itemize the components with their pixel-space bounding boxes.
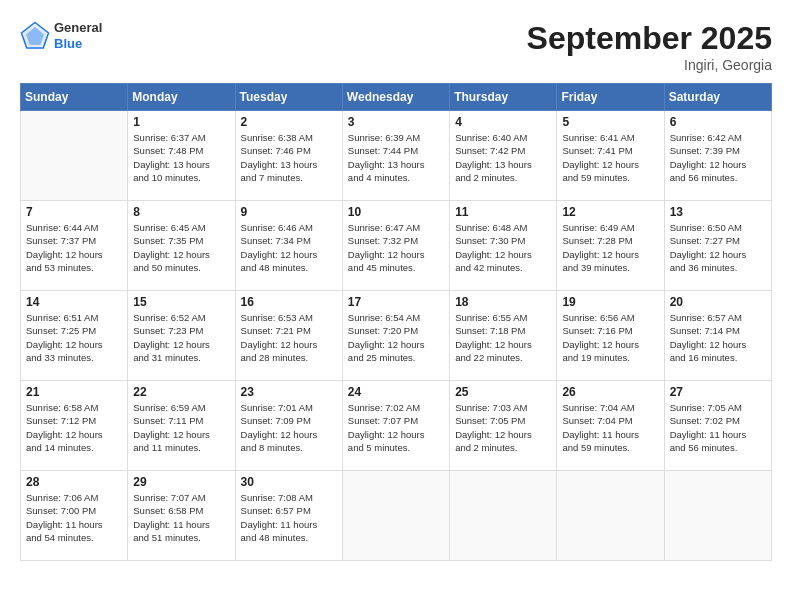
day-info: Sunrise: 6:40 AMSunset: 7:42 PMDaylight:…: [455, 131, 551, 184]
weekday-header-friday: Friday: [557, 84, 664, 111]
day-number: 21: [26, 385, 122, 399]
weekday-header-wednesday: Wednesday: [342, 84, 449, 111]
calendar-table: SundayMondayTuesdayWednesdayThursdayFrid…: [20, 83, 772, 561]
day-info: Sunrise: 6:51 AMSunset: 7:25 PMDaylight:…: [26, 311, 122, 364]
calendar-cell: 27Sunrise: 7:05 AMSunset: 7:02 PMDayligh…: [664, 381, 771, 471]
day-number: 28: [26, 475, 122, 489]
logo-general-text: General: [54, 20, 102, 36]
day-info: Sunrise: 7:04 AMSunset: 7:04 PMDaylight:…: [562, 401, 658, 454]
calendar-cell: 29Sunrise: 7:07 AMSunset: 6:58 PMDayligh…: [128, 471, 235, 561]
logo: General Blue: [20, 20, 102, 51]
day-number: 29: [133, 475, 229, 489]
week-row-3: 14Sunrise: 6:51 AMSunset: 7:25 PMDayligh…: [21, 291, 772, 381]
weekday-header-tuesday: Tuesday: [235, 84, 342, 111]
day-number: 13: [670, 205, 766, 219]
weekday-header-saturday: Saturday: [664, 84, 771, 111]
day-info: Sunrise: 6:38 AMSunset: 7:46 PMDaylight:…: [241, 131, 337, 184]
day-info: Sunrise: 6:54 AMSunset: 7:20 PMDaylight:…: [348, 311, 444, 364]
day-number: 18: [455, 295, 551, 309]
day-number: 5: [562, 115, 658, 129]
calendar-cell: 26Sunrise: 7:04 AMSunset: 7:04 PMDayligh…: [557, 381, 664, 471]
calendar-cell: 23Sunrise: 7:01 AMSunset: 7:09 PMDayligh…: [235, 381, 342, 471]
calendar-cell: 2Sunrise: 6:38 AMSunset: 7:46 PMDaylight…: [235, 111, 342, 201]
day-info: Sunrise: 6:49 AMSunset: 7:28 PMDaylight:…: [562, 221, 658, 274]
calendar-cell: 8Sunrise: 6:45 AMSunset: 7:35 PMDaylight…: [128, 201, 235, 291]
calendar-cell: 25Sunrise: 7:03 AMSunset: 7:05 PMDayligh…: [450, 381, 557, 471]
weekday-header-row: SundayMondayTuesdayWednesdayThursdayFrid…: [21, 84, 772, 111]
calendar-cell: 7Sunrise: 6:44 AMSunset: 7:37 PMDaylight…: [21, 201, 128, 291]
day-info: Sunrise: 7:08 AMSunset: 6:57 PMDaylight:…: [241, 491, 337, 544]
calendar-cell: 24Sunrise: 7:02 AMSunset: 7:07 PMDayligh…: [342, 381, 449, 471]
day-info: Sunrise: 6:58 AMSunset: 7:12 PMDaylight:…: [26, 401, 122, 454]
day-info: Sunrise: 6:47 AMSunset: 7:32 PMDaylight:…: [348, 221, 444, 274]
day-info: Sunrise: 6:39 AMSunset: 7:44 PMDaylight:…: [348, 131, 444, 184]
day-info: Sunrise: 6:37 AMSunset: 7:48 PMDaylight:…: [133, 131, 229, 184]
calendar-cell: 1Sunrise: 6:37 AMSunset: 7:48 PMDaylight…: [128, 111, 235, 201]
day-number: 1: [133, 115, 229, 129]
logo-icon: [20, 21, 50, 51]
day-number: 17: [348, 295, 444, 309]
calendar-cell: 17Sunrise: 6:54 AMSunset: 7:20 PMDayligh…: [342, 291, 449, 381]
calendar-cell: 28Sunrise: 7:06 AMSunset: 7:00 PMDayligh…: [21, 471, 128, 561]
logo-blue-text: Blue: [54, 36, 102, 52]
week-row-4: 21Sunrise: 6:58 AMSunset: 7:12 PMDayligh…: [21, 381, 772, 471]
calendar-cell: [557, 471, 664, 561]
calendar-cell: 18Sunrise: 6:55 AMSunset: 7:18 PMDayligh…: [450, 291, 557, 381]
calendar-cell: 21Sunrise: 6:58 AMSunset: 7:12 PMDayligh…: [21, 381, 128, 471]
title-block: September 2025 Ingiri, Georgia: [527, 20, 772, 73]
day-info: Sunrise: 6:45 AMSunset: 7:35 PMDaylight:…: [133, 221, 229, 274]
day-number: 7: [26, 205, 122, 219]
calendar-cell: 6Sunrise: 6:42 AMSunset: 7:39 PMDaylight…: [664, 111, 771, 201]
calendar-cell: [664, 471, 771, 561]
day-info: Sunrise: 6:46 AMSunset: 7:34 PMDaylight:…: [241, 221, 337, 274]
day-number: 6: [670, 115, 766, 129]
day-number: 24: [348, 385, 444, 399]
day-number: 8: [133, 205, 229, 219]
day-info: Sunrise: 7:07 AMSunset: 6:58 PMDaylight:…: [133, 491, 229, 544]
day-info: Sunrise: 6:52 AMSunset: 7:23 PMDaylight:…: [133, 311, 229, 364]
day-number: 25: [455, 385, 551, 399]
calendar-cell: 9Sunrise: 6:46 AMSunset: 7:34 PMDaylight…: [235, 201, 342, 291]
calendar-cell: 19Sunrise: 6:56 AMSunset: 7:16 PMDayligh…: [557, 291, 664, 381]
calendar-cell: 15Sunrise: 6:52 AMSunset: 7:23 PMDayligh…: [128, 291, 235, 381]
calendar-cell: 13Sunrise: 6:50 AMSunset: 7:27 PMDayligh…: [664, 201, 771, 291]
day-info: Sunrise: 6:53 AMSunset: 7:21 PMDaylight:…: [241, 311, 337, 364]
day-number: 4: [455, 115, 551, 129]
day-number: 12: [562, 205, 658, 219]
day-info: Sunrise: 7:05 AMSunset: 7:02 PMDaylight:…: [670, 401, 766, 454]
day-number: 30: [241, 475, 337, 489]
location: Ingiri, Georgia: [527, 57, 772, 73]
calendar-cell: 16Sunrise: 6:53 AMSunset: 7:21 PMDayligh…: [235, 291, 342, 381]
week-row-5: 28Sunrise: 7:06 AMSunset: 7:00 PMDayligh…: [21, 471, 772, 561]
calendar-cell: 3Sunrise: 6:39 AMSunset: 7:44 PMDaylight…: [342, 111, 449, 201]
day-number: 27: [670, 385, 766, 399]
logo-text: General Blue: [54, 20, 102, 51]
day-number: 19: [562, 295, 658, 309]
page-header: General Blue September 2025 Ingiri, Geor…: [20, 20, 772, 73]
day-number: 11: [455, 205, 551, 219]
calendar-cell: 5Sunrise: 6:41 AMSunset: 7:41 PMDaylight…: [557, 111, 664, 201]
calendar-cell: 22Sunrise: 6:59 AMSunset: 7:11 PMDayligh…: [128, 381, 235, 471]
day-number: 14: [26, 295, 122, 309]
day-number: 20: [670, 295, 766, 309]
calendar-cell: 4Sunrise: 6:40 AMSunset: 7:42 PMDaylight…: [450, 111, 557, 201]
week-row-1: 1Sunrise: 6:37 AMSunset: 7:48 PMDaylight…: [21, 111, 772, 201]
day-number: 22: [133, 385, 229, 399]
weekday-header-sunday: Sunday: [21, 84, 128, 111]
calendar-cell: [21, 111, 128, 201]
calendar-cell: 11Sunrise: 6:48 AMSunset: 7:30 PMDayligh…: [450, 201, 557, 291]
day-info: Sunrise: 7:02 AMSunset: 7:07 PMDaylight:…: [348, 401, 444, 454]
calendar-cell: 12Sunrise: 6:49 AMSunset: 7:28 PMDayligh…: [557, 201, 664, 291]
day-number: 23: [241, 385, 337, 399]
calendar-cell: 20Sunrise: 6:57 AMSunset: 7:14 PMDayligh…: [664, 291, 771, 381]
day-info: Sunrise: 6:48 AMSunset: 7:30 PMDaylight:…: [455, 221, 551, 274]
day-info: Sunrise: 6:59 AMSunset: 7:11 PMDaylight:…: [133, 401, 229, 454]
day-number: 2: [241, 115, 337, 129]
day-info: Sunrise: 7:06 AMSunset: 7:00 PMDaylight:…: [26, 491, 122, 544]
calendar-cell: [450, 471, 557, 561]
calendar-cell: [342, 471, 449, 561]
day-info: Sunrise: 6:57 AMSunset: 7:14 PMDaylight:…: [670, 311, 766, 364]
day-info: Sunrise: 7:03 AMSunset: 7:05 PMDaylight:…: [455, 401, 551, 454]
day-info: Sunrise: 6:55 AMSunset: 7:18 PMDaylight:…: [455, 311, 551, 364]
day-number: 10: [348, 205, 444, 219]
